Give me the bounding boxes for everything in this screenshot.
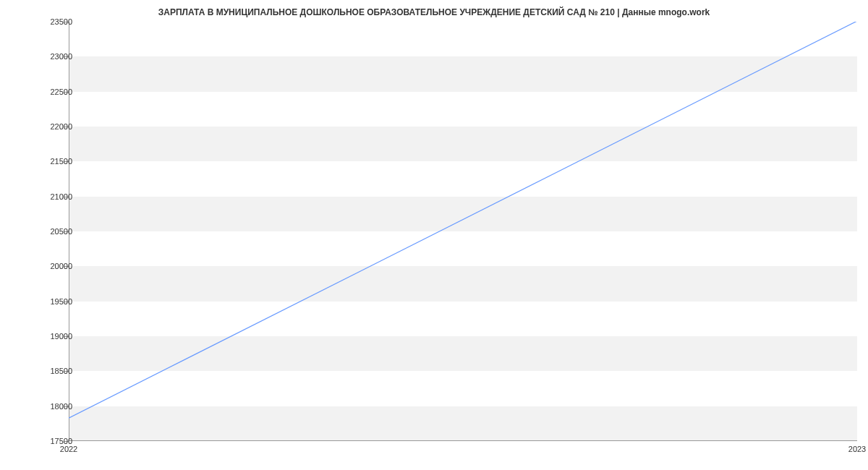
x-axis-line [69,440,857,441]
y-tick-label: 21000 [29,192,72,201]
y-tick-label: 18500 [29,367,72,375]
grid-band [69,371,857,406]
y-tick-label: 22500 [29,87,72,96]
grid-band [69,302,857,336]
y-tick-label: 20500 [29,227,72,236]
grid-band [69,127,857,161]
grid-band [69,231,857,266]
x-tick-label: 2023 [848,445,866,453]
grid-band [69,336,857,371]
grid-band [69,161,857,196]
y-tick-label: 23500 [29,17,72,26]
grid-band [69,197,857,231]
y-tick-label: 20000 [29,262,72,270]
y-tick-label: 22000 [29,122,72,131]
y-tick-label: 19000 [29,332,72,341]
chart-title: ЗАРПЛАТА В МУНИЦИПАЛЬНОЕ ДОШКОЛЬНОЕ ОБРА… [0,7,868,17]
plot-area [69,22,857,441]
y-tick-label: 23000 [29,52,72,61]
y-tick-label: 18000 [29,402,72,411]
grid-band [69,22,857,56]
grid-band [69,266,857,301]
grid-band [69,92,857,127]
grid-band [69,56,857,91]
grid-band [69,406,857,441]
y-tick-label: 21500 [29,157,72,166]
x-tick-label: 2022 [60,445,77,453]
y-tick-label: 19500 [29,297,72,306]
